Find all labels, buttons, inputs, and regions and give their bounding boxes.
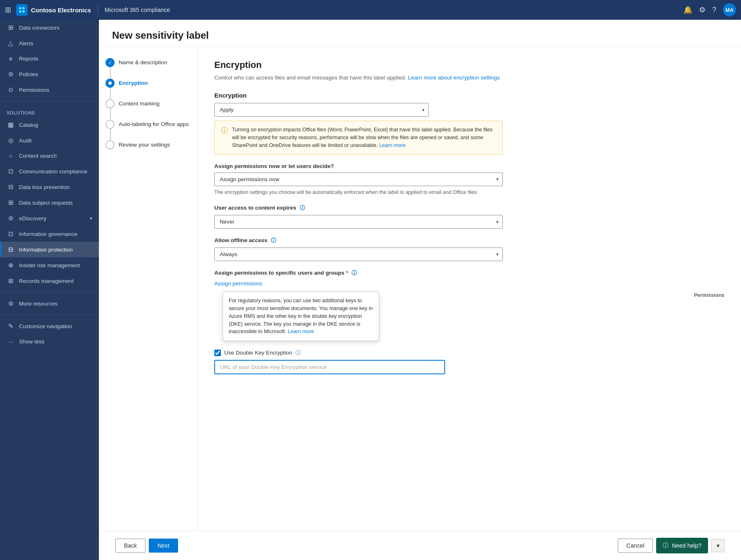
learn-more-link[interactable]: Learn more about encryption settings <box>408 75 500 81</box>
nav-icons: 🔔 ⚙ ? MA <box>683 3 736 16</box>
step-item-encryption: Encryption <box>106 79 191 88</box>
user-access-label: User access to content expires ⓘ <box>214 204 725 212</box>
sidebar-label-policies: Policies <box>19 71 38 77</box>
encryption-warning-box: ⓘ Turning on encryption impacts Office f… <box>214 121 503 154</box>
page-header: New sensitivity label <box>99 20 741 48</box>
sidebar-label-data-subject: Data subject requests <box>19 200 73 206</box>
sidebar-item-insider-risk[interactable]: ⊗ Insider risk management <box>0 257 99 273</box>
step-label-content-marking: Content marking <box>119 99 159 107</box>
sidebar-label-content-search: Content search <box>19 153 57 159</box>
assign-permissions-form-section: Assign permissions now or let users deci… <box>214 163 725 196</box>
sidebar-item-catalog[interactable]: ▦ Catalog <box>0 117 99 133</box>
dke-info-icon[interactable]: ⓘ <box>295 350 301 356</box>
svg-point-4 <box>22 10 25 13</box>
sidebar-item-data-connectors[interactable]: ⊞ Data connectors <box>0 20 99 35</box>
active-dot-icon <box>108 81 112 85</box>
page-title: New sensitivity label <box>112 30 728 41</box>
sidebar-item-communication-compliance[interactable]: ⊡ Communication compliance <box>0 163 99 179</box>
sidebar-label-customize-nav: Customize navigation <box>19 323 72 329</box>
nav-divider <box>98 5 98 15</box>
sidebar-label-alerts: Alerts <box>19 40 33 47</box>
data-connectors-icon: ⊞ <box>7 24 15 31</box>
assign-permissions-link[interactable]: Assign permissions <box>214 280 262 287</box>
dke-label: Use Double Key Encryption ⓘ <box>224 349 301 357</box>
sidebar-item-show-less[interactable]: ··· Show less <box>0 334 99 349</box>
cancel-button[interactable]: Cancel <box>618 539 653 553</box>
ediscovery-chevron-icon: ▾ <box>90 216 92 221</box>
svg-point-2 <box>22 7 25 9</box>
sidebar-divider-3 <box>0 315 99 315</box>
tooltip-learn-more-link[interactable]: Learn more <box>288 329 314 334</box>
sidebar-item-data-loss-prevention[interactable]: ⊟ Data loss prevention <box>0 179 99 195</box>
encryption-section-label: Encryption <box>214 92 246 99</box>
assign-permissions-select[interactable]: Assign permissions now Let users assign … <box>214 173 503 186</box>
data-subject-icon: ⊞ <box>7 199 15 206</box>
sidebar-label-communication-compliance: Communication compliance <box>19 168 87 175</box>
dlp-icon: ⊟ <box>7 183 15 191</box>
step-connector-1 <box>110 67 111 79</box>
offline-access-info-icon[interactable]: ⓘ <box>271 237 276 243</box>
reports-icon: ≡ <box>7 55 15 62</box>
top-navigation: ⊞ Contoso Electronics Microsoft 365 comp… <box>0 0 741 20</box>
sidebar-divider-1 <box>0 101 99 101</box>
sidebar-item-permissions[interactable]: ⊙ Permissions <box>0 82 99 98</box>
step-dot-name-description: ✓ <box>106 58 115 67</box>
records-management-icon: ⊞ <box>7 277 15 285</box>
insider-risk-icon: ⊗ <box>7 261 15 269</box>
user-access-select[interactable]: Never On a specific date A number of day… <box>214 215 503 229</box>
warning-learn-more-link[interactable]: Learn more <box>379 142 406 148</box>
assign-permissions-description: The encryption settings you choose will … <box>214 189 503 196</box>
next-button[interactable]: Next <box>149 539 178 553</box>
communication-compliance-icon: ⊡ <box>7 168 15 175</box>
dke-tooltip: For regulatory reasons, you can use two … <box>223 292 379 341</box>
sidebar-label-catalog: Catalog <box>19 122 38 128</box>
svg-rect-0 <box>16 4 28 16</box>
sidebar-item-more-resources[interactable]: ⊜ More resources <box>0 296 99 311</box>
warning-text: Turning on encryption impacts Office fil… <box>232 126 496 149</box>
sidebar-item-content-search[interactable]: ○ Content search <box>0 148 99 163</box>
user-avatar[interactable]: MA <box>723 3 736 16</box>
wizard-main-content: Encryption Control who can access files … <box>198 48 741 531</box>
grid-icon[interactable]: ⊞ <box>5 5 11 14</box>
more-resources-icon: ⊜ <box>7 300 15 307</box>
encryption-select[interactable]: Apply Remove None <box>214 103 429 117</box>
svg-point-1 <box>19 7 21 9</box>
sidebar-item-policies[interactable]: ⊜ Policies <box>0 66 99 82</box>
wizard-layout: ✓ Name & description Encryption Content … <box>99 48 741 531</box>
svg-point-5 <box>108 82 112 85</box>
sidebar-item-data-subject-requests[interactable]: ⊞ Data subject requests <box>0 195 99 210</box>
bell-icon[interactable]: 🔔 <box>683 5 692 14</box>
policies-icon: ⊜ <box>7 70 15 78</box>
info-governance-icon: ⊡ <box>7 230 15 238</box>
need-help-button[interactable]: ⓘ Need help? <box>656 538 708 553</box>
back-button[interactable]: Back <box>115 539 145 553</box>
sidebar-item-alerts[interactable]: △ Alerts <box>0 35 99 51</box>
sidebar-item-records-management[interactable]: ⊞ Records management <box>0 273 99 289</box>
sidebar-item-reports[interactable]: ≡ Reports <box>0 51 99 66</box>
sidebar-item-information-protection[interactable]: ⊟ Information protection <box>0 242 99 257</box>
encryption-description: Control who can access files and email m… <box>214 74 725 82</box>
user-access-info-icon[interactable]: ⓘ <box>300 205 305 211</box>
dke-section: Use Double Key Encryption ⓘ <box>214 349 725 374</box>
sidebar-item-information-governance[interactable]: ⊡ Information governance <box>0 226 99 242</box>
step-item-name-description: ✓ Name & description <box>106 58 191 67</box>
step-connector-3 <box>110 108 111 120</box>
settings-icon[interactable]: ⚙ <box>699 5 706 14</box>
alerts-icon: △ <box>7 40 15 47</box>
scroll-down-button[interactable]: ▾ <box>711 539 725 552</box>
dke-url-input[interactable] <box>214 360 445 374</box>
sidebar-item-customize-navigation[interactable]: ✎ Customize navigation <box>0 318 99 334</box>
assign-specific-info-icon[interactable]: ⓘ <box>352 270 357 276</box>
check-icon: ✓ <box>108 60 112 65</box>
step-label-review-settings: Review your settings <box>119 140 170 149</box>
sidebar-item-ediscovery[interactable]: ⊜ eDiscovery ▾ <box>0 210 99 226</box>
sidebar-item-audit[interactable]: ◎ Audit <box>0 133 99 148</box>
offline-access-select[interactable]: Always Never Only for a number of days <box>214 247 503 261</box>
dke-checkbox[interactable] <box>214 350 221 356</box>
step-item-review-settings: Review your settings <box>106 140 191 149</box>
help-icon[interactable]: ? <box>712 6 716 14</box>
dke-checkbox-row: Use Double Key Encryption ⓘ <box>214 349 725 357</box>
sidebar-label-more-resources: More resources <box>19 301 58 307</box>
show-less-icon: ··· <box>7 338 15 345</box>
step-dot-content-marking <box>106 99 115 108</box>
